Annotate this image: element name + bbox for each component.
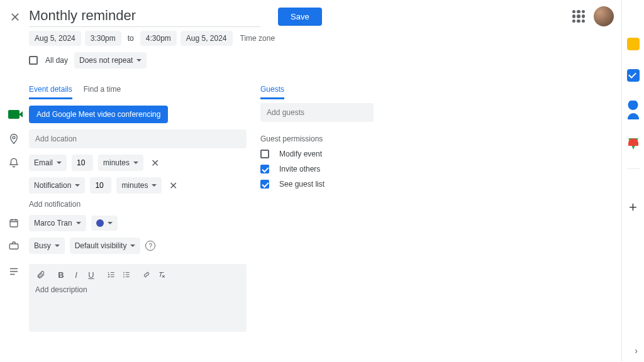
all-day-checkbox[interactable] bbox=[29, 56, 38, 65]
end-date-chip[interactable]: Aug 5, 2024 bbox=[180, 31, 233, 46]
see-guest-list-checkbox[interactable] bbox=[260, 180, 269, 189]
save-button[interactable]: Save bbox=[278, 8, 322, 26]
svg-point-4 bbox=[123, 274, 125, 275]
notif1-remove-button[interactable]: ✕ bbox=[148, 156, 161, 169]
notification-icon bbox=[8, 156, 20, 169]
repeat-select[interactable]: Does not repeat bbox=[74, 52, 147, 69]
start-date-chip[interactable]: Aug 5, 2024 bbox=[29, 31, 81, 46]
notif2-method-select[interactable]: Notification bbox=[29, 177, 85, 194]
invite-others-checkbox[interactable] bbox=[260, 165, 269, 173]
location-icon bbox=[8, 133, 20, 145]
end-time-chip[interactable]: 4:30pm bbox=[140, 31, 177, 46]
guest-permissions-label: Guest permissions bbox=[260, 134, 380, 143]
to-label: to bbox=[125, 31, 136, 46]
tab-event-details[interactable]: Event details bbox=[29, 85, 72, 99]
maps-icon[interactable] bbox=[628, 138, 638, 150]
account-avatar[interactable] bbox=[594, 6, 614, 26]
meet-icon bbox=[8, 108, 20, 121]
add-meet-button[interactable]: Add Google Meet video conferencing bbox=[29, 106, 168, 123]
contacts-icon[interactable] bbox=[627, 101, 640, 119]
calendar-icon bbox=[8, 217, 20, 229]
add-guests-input[interactable] bbox=[260, 103, 374, 122]
availability-select[interactable]: Busy bbox=[29, 238, 65, 254]
event-color-select[interactable] bbox=[91, 216, 118, 231]
notif2-unit-select[interactable]: minutes bbox=[116, 177, 162, 194]
event-title-input[interactable] bbox=[29, 6, 260, 27]
svg-point-0 bbox=[13, 136, 15, 139]
all-day-label: All day bbox=[45, 56, 68, 65]
tab-guests[interactable]: Guests bbox=[260, 85, 284, 99]
svg-point-3 bbox=[123, 272, 125, 273]
tab-find-a-time[interactable]: Find a time bbox=[84, 85, 121, 99]
notif1-value-input[interactable] bbox=[72, 155, 93, 171]
add-addon-button[interactable]: + bbox=[629, 199, 637, 216]
add-notification-button[interactable]: Add notification bbox=[29, 200, 247, 209]
notif1-method-select[interactable]: Email bbox=[29, 155, 67, 171]
invite-others-label: Invite others bbox=[279, 165, 320, 173]
link-button[interactable] bbox=[140, 268, 153, 282]
briefcase-icon bbox=[8, 239, 20, 252]
organizer-select[interactable]: Marco Tran bbox=[29, 215, 86, 231]
svg-rect-1 bbox=[10, 220, 18, 227]
google-apps-icon[interactable] bbox=[572, 10, 585, 23]
description-icon bbox=[8, 265, 20, 278]
start-time-chip[interactable]: 3:30pm bbox=[85, 31, 121, 46]
bullet-list-button[interactable] bbox=[119, 268, 133, 282]
notif2-value-input[interactable] bbox=[90, 177, 111, 194]
tasks-icon[interactable] bbox=[627, 69, 640, 82]
sidepanel-separator bbox=[627, 168, 640, 169]
visibility-select[interactable]: Default visibility bbox=[70, 238, 141, 254]
italic-button[interactable]: I bbox=[69, 268, 83, 282]
bold-button[interactable]: B bbox=[54, 268, 68, 282]
location-input[interactable] bbox=[29, 129, 247, 148]
color-dot bbox=[96, 219, 104, 227]
svg-point-5 bbox=[123, 277, 125, 278]
keep-icon[interactable] bbox=[627, 38, 640, 50]
svg-rect-2 bbox=[9, 244, 18, 249]
underline-button[interactable]: U bbox=[84, 268, 98, 282]
see-guest-list-label: See guest list bbox=[279, 180, 325, 189]
clear-format-button[interactable] bbox=[155, 268, 169, 282]
description-textarea[interactable]: Add description bbox=[29, 285, 247, 294]
close-button[interactable] bbox=[8, 9, 23, 25]
notif2-remove-button[interactable]: ✕ bbox=[167, 179, 179, 192]
timezone-button[interactable]: Time zone bbox=[240, 34, 275, 43]
modify-event-checkbox[interactable] bbox=[260, 150, 269, 158]
attach-button[interactable] bbox=[34, 268, 48, 282]
hide-sidepanel-button[interactable]: › bbox=[635, 346, 638, 356]
visibility-help-icon[interactable]: ? bbox=[145, 241, 155, 251]
notif1-unit-select[interactable]: minutes bbox=[98, 155, 143, 171]
modify-event-label: Modify event bbox=[279, 150, 322, 158]
numbered-list-button[interactable] bbox=[104, 268, 118, 282]
